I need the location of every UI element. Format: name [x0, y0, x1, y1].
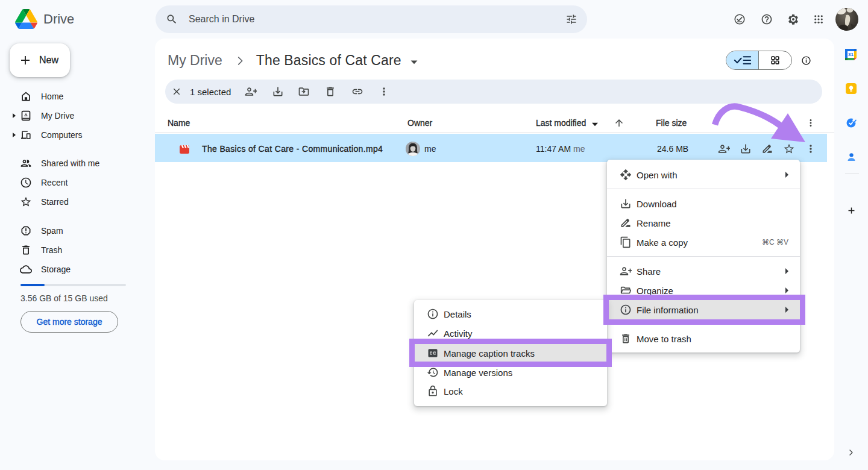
svg-text:31: 31	[848, 52, 854, 57]
